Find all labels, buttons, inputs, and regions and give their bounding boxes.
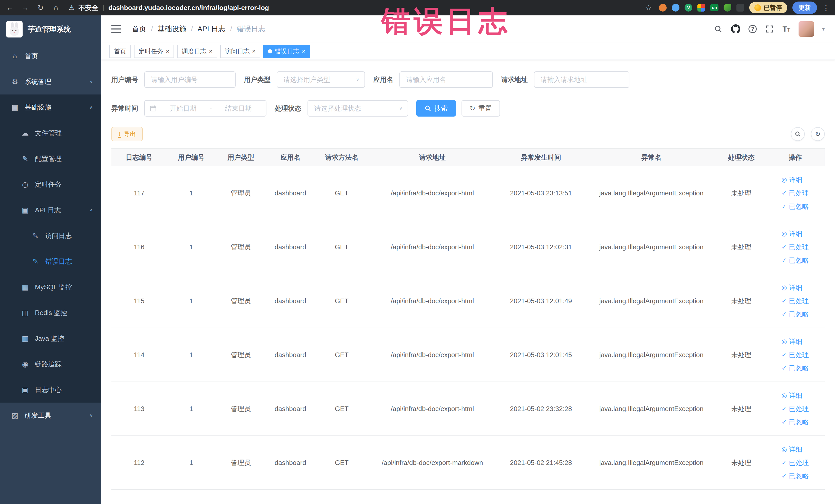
browser-back-icon[interactable]: ←: [5, 4, 14, 12]
detail-link[interactable]: ◎详细: [781, 174, 802, 186]
processed-link[interactable]: ✓已处理: [781, 403, 809, 415]
processed-link[interactable]: ✓已处理: [781, 457, 809, 469]
eye-icon: ◎: [781, 227, 787, 240]
extension-on-badge[interactable]: on: [710, 4, 718, 11]
user-type-select[interactable]: 请选择用户类型 ∨: [277, 72, 365, 88]
sidebar-item-error-log[interactable]: ✎错误日志: [0, 248, 101, 274]
profile-emoji-icon: [754, 4, 761, 11]
detail-link[interactable]: ◎详细: [781, 443, 802, 456]
sidebar-item-access-log[interactable]: ✎访问日志: [0, 223, 101, 248]
sidebar-item-infrastructure[interactable]: ▤基础设施∧: [0, 95, 101, 120]
cell-app_name: dashboard: [266, 220, 315, 274]
sidebar-item-api-log[interactable]: ▣API 日志∧: [0, 197, 101, 223]
breadcrumb-item[interactable]: 首页: [132, 24, 146, 34]
detail-link[interactable]: ◎详细: [781, 281, 802, 294]
sidebar-item-redis[interactable]: ◫Redis 监控: [0, 300, 101, 326]
api-log-icon: ▣: [21, 206, 30, 215]
sidebar-item-gear[interactable]: ⚙系统管理∨: [0, 69, 101, 95]
sidebar-item-dashboard[interactable]: ⌂首页: [0, 43, 101, 69]
reset-button[interactable]: ↻ 重置: [462, 100, 500, 117]
browser-forward-icon[interactable]: →: [21, 4, 30, 12]
ignore-link[interactable]: ✓已忽略: [781, 470, 809, 482]
detail-link[interactable]: ◎详细: [781, 227, 802, 240]
tab-item[interactable]: 调度日志×: [177, 45, 217, 58]
profile-paused-button[interactable]: 已暂停: [749, 2, 787, 13]
tab-close-icon[interactable]: ×: [302, 48, 305, 55]
sidebar-item-config[interactable]: ✎配置管理: [0, 146, 101, 172]
sidebar-item-trace[interactable]: ◉链路追踪: [0, 351, 101, 377]
app-name-label: 应用名: [373, 75, 393, 84]
sidebar-toggle-icon[interactable]: [111, 25, 121, 33]
extension-drop-icon[interactable]: [672, 4, 679, 12]
sidebar-item-tools[interactable]: ▨研发工具∨: [0, 403, 101, 428]
chevron-down-icon: ∨: [89, 79, 93, 84]
tab-item[interactable]: 错误日志×: [263, 45, 310, 58]
browser-reload-icon[interactable]: ↻: [36, 4, 45, 12]
processed-link[interactable]: ✓已处理: [781, 295, 809, 307]
app-name-input[interactable]: [400, 72, 493, 88]
user-id-input[interactable]: [144, 72, 236, 88]
sidebar-item-timer[interactable]: ◷定时任务: [0, 172, 101, 197]
refresh-table-button[interactable]: ↻: [811, 127, 825, 141]
fullscreen-icon[interactable]: [765, 24, 774, 34]
bookmark-star-icon[interactable]: ☆: [645, 4, 652, 12]
address-bar[interactable]: ⚠ 不安全 | dashboard.yudao.iocoder.cn/infra…: [69, 3, 269, 12]
processed-link[interactable]: ✓已处理: [781, 349, 809, 361]
processed-link[interactable]: ✓已处理: [781, 187, 809, 199]
tab-close-icon[interactable]: ×: [209, 48, 212, 55]
sidebar-item-log-center[interactable]: ▣日志中心: [0, 377, 101, 403]
tab-item[interactable]: 访问日志×: [220, 45, 260, 58]
action-label: 详细: [789, 174, 802, 186]
search-button[interactable]: 搜索: [416, 100, 456, 117]
row-actions: ◎详细✓已处理✓已忽略: [781, 174, 809, 213]
github-icon[interactable]: [731, 24, 740, 34]
tab-close-icon[interactable]: ×: [252, 48, 256, 55]
extension-leaf-icon[interactable]: [724, 4, 731, 12]
chevron-down-icon[interactable]: ▾: [822, 26, 825, 32]
sidebar-item-label: 系统管理: [25, 77, 51, 86]
tab-item[interactable]: 定时任务×: [134, 45, 174, 58]
browser-update-button[interactable]: 更新: [792, 2, 817, 14]
extension-squares-icon[interactable]: [697, 4, 705, 12]
sidebar-item-mysql[interactable]: ▦MySQL 监控: [0, 274, 101, 300]
ignore-link[interactable]: ✓已忽略: [781, 416, 809, 428]
check-icon: ✓: [781, 241, 787, 253]
process-status-select[interactable]: 请选择处理状态 ∨: [307, 100, 408, 117]
action-label: 详细: [789, 335, 802, 348]
ignore-link[interactable]: ✓已忽略: [781, 254, 809, 266]
ignore-link[interactable]: ✓已忽略: [781, 200, 809, 213]
avatar[interactable]: [798, 21, 814, 37]
sidebar-item-file[interactable]: ☁文件管理: [0, 120, 101, 146]
action-label: 已忽略: [789, 470, 809, 482]
app-logo-row[interactable]: 芋道管理系统: [0, 15, 101, 43]
ignore-link[interactable]: ✓已忽略: [781, 308, 809, 320]
eye-icon: ◎: [781, 335, 787, 348]
request-url-input[interactable]: [534, 72, 629, 88]
cell-app_name: dashboard: [266, 166, 315, 220]
browser-menu-icon[interactable]: ⋮: [822, 3, 830, 12]
tab-close-icon[interactable]: ×: [166, 48, 169, 55]
processed-link[interactable]: ✓已处理: [781, 241, 809, 253]
toggle-search-button[interactable]: [791, 127, 805, 141]
ignore-link[interactable]: ✓已忽略: [781, 362, 809, 374]
row-actions: ◎详细✓已处理✓已忽略: [781, 281, 809, 320]
date-range-picker[interactable]: 开始日期 - 结束日期: [144, 100, 266, 117]
detail-link[interactable]: ◎详细: [781, 389, 802, 402]
search-icon[interactable]: [714, 24, 723, 34]
breadcrumb-item[interactable]: API 日志: [198, 24, 226, 34]
help-icon[interactable]: ?: [749, 25, 757, 33]
detail-link[interactable]: ◎详细: [781, 335, 802, 348]
font-size-icon[interactable]: TT: [782, 25, 790, 33]
row-actions: ◎详细✓已处理✓已忽略: [781, 389, 809, 428]
extension-orange-icon[interactable]: [659, 4, 667, 12]
tab-item[interactable]: 首页: [109, 45, 131, 58]
export-button[interactable]: ↓ 导出: [111, 127, 143, 141]
breadcrumb-item[interactable]: 基础设施: [158, 24, 186, 34]
security-label: 不安全: [79, 3, 99, 12]
extension-v-icon[interactable]: V: [685, 4, 692, 12]
cell-time: 2021-05-03 12:01:45: [496, 328, 586, 382]
extension-puzzle-icon[interactable]: [736, 4, 744, 12]
browser-home-icon[interactable]: ⌂: [51, 4, 61, 12]
cell-app_name: dashboard: [266, 274, 315, 328]
sidebar-item-java[interactable]: ▥Java 监控: [0, 326, 101, 351]
